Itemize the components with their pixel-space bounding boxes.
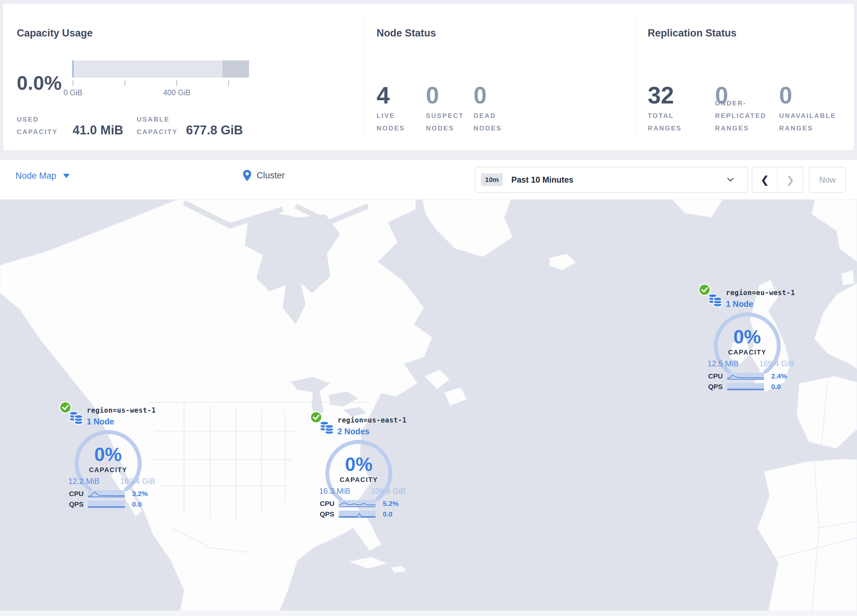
time-step-buttons: ❮ ❯ xyxy=(752,167,803,193)
chevron-down-icon xyxy=(63,174,70,178)
cpu-sparkline xyxy=(88,490,125,497)
qps-label: QPS xyxy=(708,383,727,391)
region-usable-capacity: 338.9 GiB xyxy=(371,486,406,496)
breadcrumb-cluster: Cluster xyxy=(257,170,285,181)
region-used-capacity: 16.3 MiB xyxy=(319,486,350,496)
region-used-capacity: 12.2 MiB xyxy=(68,477,99,486)
region-node-count: 1 Node xyxy=(726,299,753,309)
region-marker-us-west[interactable]: region=us-west-1 1 Node 0% CAPACITY 12.2… xyxy=(59,401,164,511)
usable-capacity-label: USABLE CAPACITY xyxy=(137,113,193,138)
next-time-button[interactable]: ❯ xyxy=(778,167,803,192)
section-divider xyxy=(364,15,365,140)
cpu-label: CPU xyxy=(69,490,88,498)
unavailable-label: UNAVAILABLE RANGES xyxy=(779,92,837,134)
suspect-nodes-label: SUSPECT NODES xyxy=(426,92,467,134)
qps-label: QPS xyxy=(320,510,339,518)
section-divider xyxy=(636,15,636,140)
cpu-sparkline xyxy=(339,500,376,507)
chevron-down-icon xyxy=(727,178,734,182)
map-pin-icon xyxy=(242,169,252,182)
now-button[interactable]: Now xyxy=(809,167,846,193)
breadcrumb[interactable]: Cluster xyxy=(242,169,285,182)
time-range-badge: 10m xyxy=(481,173,503,186)
gauge-percent: 0% xyxy=(323,453,395,475)
capacity-bar xyxy=(73,60,249,77)
qps-row: QPS 0.0 xyxy=(69,500,160,508)
gauge-capacity-label: CAPACITY xyxy=(72,466,144,474)
node-status-title: Node Status xyxy=(377,27,436,39)
cluster-summary-panel: Capacity Usage 0.0% 0 GiB 400 GiB USED C… xyxy=(3,3,854,150)
gauge-capacity-label: CAPACITY xyxy=(323,476,395,483)
cpu-row: CPU 2.4% xyxy=(708,372,799,380)
cpu-row: CPU 5.2% xyxy=(320,500,410,508)
qps-row: QPS 0.0 xyxy=(708,383,799,391)
total-ranges-label: TOTAL RANGES xyxy=(648,92,695,134)
region-usable-capacity: 169.4 GiB xyxy=(120,477,155,486)
cpu-sparkline xyxy=(727,372,764,380)
used-capacity-label: USED CAPACITY xyxy=(17,113,73,138)
region-label: region=us-west-1 xyxy=(87,406,156,414)
region-marker-eu-west[interactable]: region=eu-west-1 1 Node 0% CAPACITY 12.5… xyxy=(698,284,803,394)
axis-tick-label-400: 400 GiB xyxy=(157,88,196,97)
time-range-selector[interactable]: 10m Past 10 Minutes xyxy=(475,167,747,193)
map-toolbar: Node Map Cluster 10m Past 10 Minutes ❮ ❯… xyxy=(0,160,857,199)
usable-capacity-value: 677.8 GiB xyxy=(186,123,243,137)
node-map-page: Capacity Usage 0.0% 0 GiB 400 GiB USED C… xyxy=(0,0,857,616)
qps-sparkline xyxy=(727,383,764,390)
cpu-value: 2.4% xyxy=(771,372,787,380)
replication-status-title: Replication Status xyxy=(648,27,736,39)
region-label: region=us-east-1 xyxy=(337,416,407,424)
previous-time-button[interactable]: ❮ xyxy=(752,167,778,192)
axis-tick xyxy=(228,80,229,86)
gauge-capacity-label: CAPACITY xyxy=(711,349,783,356)
qps-sparkline xyxy=(339,511,376,518)
live-nodes-label: LIVE NODES xyxy=(377,92,415,134)
region-usable-capacity: 169.4 GiB xyxy=(759,359,794,368)
axis-tick xyxy=(73,80,73,86)
cpu-label: CPU xyxy=(708,372,727,380)
cpu-value: 3.2% xyxy=(132,490,148,498)
qps-value: 0.0 xyxy=(383,510,392,518)
qps-value: 0.0 xyxy=(771,383,781,391)
region-marker-us-east[interactable]: region=us-east-1 2 Nodes 0% CAPACITY 16.… xyxy=(310,411,415,521)
cpu-value: 5.2% xyxy=(383,500,399,508)
gauge-percent: 0% xyxy=(72,443,144,465)
capacity-usage-title: Capacity Usage xyxy=(17,27,93,39)
region-label: region=eu-west-1 xyxy=(726,289,795,296)
qps-sparkline xyxy=(88,501,125,508)
region-used-capacity: 12.5 MiB xyxy=(707,359,739,368)
axis-tick xyxy=(176,80,177,86)
axis-tick-label-0: 0 GiB xyxy=(53,88,93,97)
cpu-label: CPU xyxy=(320,500,339,508)
axis-tick xyxy=(125,80,125,86)
cpu-row: CPU 3.2% xyxy=(69,490,160,498)
used-capacity-value: 41.0 MiB xyxy=(73,123,123,137)
capacity-bar-nonusable-segment xyxy=(223,60,249,77)
qps-row: QPS 0.0 xyxy=(320,510,410,518)
database-icon xyxy=(318,419,336,437)
under-replicated-label: UNDER-REPLICATED RANGES xyxy=(715,92,773,134)
map-footer-strip xyxy=(0,610,857,616)
view-selector-label: Node Map xyxy=(15,171,57,181)
qps-value: 0.0 xyxy=(132,500,142,508)
qps-label: QPS xyxy=(69,500,88,508)
dead-nodes-label: DEAD NODES xyxy=(473,92,511,134)
database-icon xyxy=(67,409,85,427)
capacity-bar-used-fill xyxy=(73,60,73,77)
database-icon xyxy=(706,292,724,309)
region-node-count: 1 Node xyxy=(87,417,114,426)
gauge-percent: 0% xyxy=(711,326,783,347)
view-selector-dropdown[interactable]: Node Map xyxy=(15,171,70,181)
time-range-label: Past 10 Minutes xyxy=(511,175,574,185)
region-node-count: 2 Nodes xyxy=(337,427,369,436)
